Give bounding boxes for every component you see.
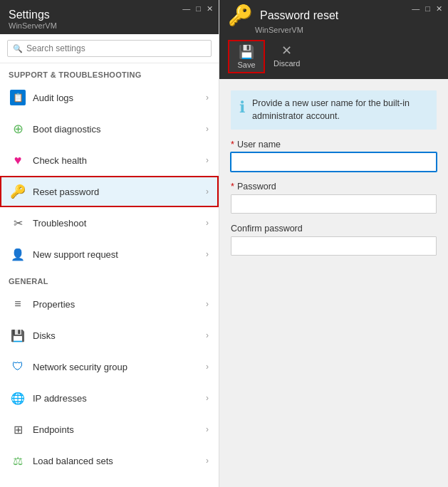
new-support-request-icon: 👤 bbox=[10, 246, 26, 262]
properties-icon: ≡ bbox=[10, 296, 26, 312]
boot-diagnostics-label: Boot diagnostics bbox=[33, 124, 206, 135]
password-required-star: * bbox=[231, 182, 234, 192]
menu-item-load-balanced-sets[interactable]: ⚖ Load balanced sets › bbox=[0, 445, 219, 476]
ip-addresses-label: IP addresses bbox=[33, 393, 206, 404]
save-button[interactable]: 💾 Save bbox=[228, 40, 265, 73]
menu-item-disks[interactable]: 💾 Disks › bbox=[0, 320, 219, 351]
endpoints-label: Endpoints bbox=[33, 424, 206, 435]
search-wrap: 🔍 bbox=[7, 40, 212, 57]
left-app-subtitle: WinServerVM bbox=[9, 21, 210, 30]
troubleshoot-chevron: › bbox=[206, 218, 209, 228]
ip-addresses-icon: 🌐 bbox=[10, 390, 26, 406]
endpoints-icon: ⊞ bbox=[10, 421, 26, 437]
confirm-password-input[interactable] bbox=[231, 236, 437, 256]
discard-button[interactable]: ✕ Discard bbox=[268, 40, 306, 73]
section-header-general: GENERAL bbox=[0, 270, 219, 288]
audit-logs-label: Audit logs bbox=[33, 93, 206, 103]
menu-item-network-security-group[interactable]: 🛡 Network security group › bbox=[0, 351, 219, 382]
right-app-subtitle: WinServerVM bbox=[255, 26, 439, 34]
right-content: ℹ Provide a new user name for the built-… bbox=[219, 79, 448, 487]
menu-item-check-health[interactable]: ♥ Check health › bbox=[0, 145, 219, 176]
boot-diagnostics-icon: ⊕ bbox=[10, 121, 26, 137]
audit-logs-icon: 📋 bbox=[10, 90, 26, 105]
load-balanced-sets-icon: ⚖ bbox=[10, 453, 26, 468]
key-icon: 🔑 bbox=[228, 6, 253, 26]
reset-password-icon: 🔑 bbox=[10, 184, 26, 199]
minimize-icon[interactable]: — bbox=[182, 4, 190, 14]
right-minimize-icon[interactable]: — bbox=[412, 4, 420, 14]
ip-addresses-chevron: › bbox=[206, 393, 209, 403]
section-header-support: SUPPORT & TROUBLESHOOTING bbox=[0, 63, 219, 82]
discard-icon: ✕ bbox=[281, 43, 292, 58]
load-balanced-sets-label: Load balanced sets bbox=[33, 456, 206, 466]
disks-icon: 💾 bbox=[10, 328, 26, 343]
username-form-group: *User name bbox=[231, 140, 437, 172]
check-health-chevron: › bbox=[206, 155, 209, 165]
password-form-group: *Password bbox=[231, 182, 437, 214]
menu-item-new-support-request[interactable]: 👤 New support request › bbox=[0, 239, 219, 270]
right-title-row: 🔑 Password reset bbox=[228, 6, 439, 26]
left-content: SUPPORT & TROUBLESHOOTING 📋 Audit logs ›… bbox=[0, 63, 219, 487]
right-close-icon[interactable]: ✕ bbox=[436, 4, 442, 14]
password-label: *Password bbox=[231, 182, 437, 192]
menu-item-reset-password[interactable]: 🔑 Reset password › bbox=[0, 176, 219, 207]
menu-item-troubleshoot[interactable]: ✂ Troubleshoot › bbox=[0, 207, 219, 239]
menu-item-endpoints[interactable]: ⊞ Endpoints › bbox=[0, 414, 219, 445]
endpoints-chevron: › bbox=[206, 424, 209, 434]
left-app-title: Settings bbox=[9, 9, 210, 21]
menu-item-properties[interactable]: ≡ Properties › bbox=[0, 288, 219, 320]
left-titlebar: — □ ✕ Settings WinServerVM bbox=[0, 0, 219, 34]
search-icon: 🔍 bbox=[13, 44, 23, 53]
new-support-request-label: New support request bbox=[33, 249, 206, 260]
menu-item-ip-addresses[interactable]: 🌐 IP addresses › bbox=[0, 382, 219, 414]
boot-diagnostics-chevron: › bbox=[206, 124, 209, 134]
right-panel: — □ ✕ 🔑 Password reset WinServerVM 💾 Sav… bbox=[219, 0, 448, 487]
right-app-title: Password reset bbox=[260, 9, 338, 22]
save-icon: 💾 bbox=[239, 44, 254, 60]
left-panel: — □ ✕ Settings WinServerVM 🔍 SUPPORT & T… bbox=[0, 0, 219, 487]
reset-password-chevron: › bbox=[206, 187, 209, 197]
menu-item-boot-diagnostics[interactable]: ⊕ Boot diagnostics › bbox=[0, 113, 219, 145]
username-label: *User name bbox=[231, 140, 437, 150]
check-health-label: Check health bbox=[33, 155, 206, 166]
network-security-group-label: Network security group bbox=[33, 362, 206, 372]
properties-chevron: › bbox=[206, 299, 209, 309]
new-support-request-chevron: › bbox=[206, 249, 209, 259]
confirm-password-form-group: Confirm password bbox=[231, 224, 437, 256]
info-box: ℹ Provide a new user name for the built-… bbox=[231, 90, 437, 130]
username-required-star: * bbox=[231, 140, 234, 150]
disks-chevron: › bbox=[206, 330, 209, 340]
network-security-group-icon: 🛡 bbox=[10, 359, 26, 375]
network-security-group-chevron: › bbox=[206, 362, 209, 372]
disks-label: Disks bbox=[33, 330, 206, 341]
info-icon: ℹ bbox=[239, 98, 245, 117]
troubleshoot-label: Troubleshoot bbox=[33, 218, 206, 229]
properties-label: Properties bbox=[33, 299, 206, 310]
save-label: Save bbox=[237, 61, 255, 69]
audit-logs-chevron: › bbox=[206, 93, 209, 103]
load-balanced-sets-chevron: › bbox=[206, 456, 209, 466]
discard-label: Discard bbox=[274, 59, 300, 68]
confirm-password-label: Confirm password bbox=[231, 224, 437, 234]
toolbar: 💾 Save ✕ Discard bbox=[219, 38, 448, 79]
menu-item-audit-logs[interactable]: 📋 Audit logs › bbox=[0, 82, 219, 113]
check-health-icon: ♥ bbox=[10, 152, 26, 168]
right-win-controls: — □ ✕ bbox=[412, 4, 442, 14]
right-maximize-icon[interactable]: □ bbox=[425, 4, 430, 14]
maximize-icon[interactable]: □ bbox=[196, 4, 201, 14]
search-input[interactable] bbox=[7, 40, 212, 57]
username-input[interactable] bbox=[231, 152, 437, 172]
left-win-controls: — □ ✕ bbox=[182, 4, 213, 14]
info-text: Provide a new user name for the built-in… bbox=[252, 98, 428, 122]
troubleshoot-icon: ✂ bbox=[10, 215, 26, 231]
close-icon[interactable]: ✕ bbox=[207, 4, 213, 14]
reset-password-label: Reset password bbox=[33, 187, 206, 197]
password-input[interactable] bbox=[231, 194, 437, 214]
right-titlebar: — □ ✕ 🔑 Password reset WinServerVM bbox=[219, 0, 448, 38]
search-bar: 🔍 bbox=[0, 34, 219, 63]
